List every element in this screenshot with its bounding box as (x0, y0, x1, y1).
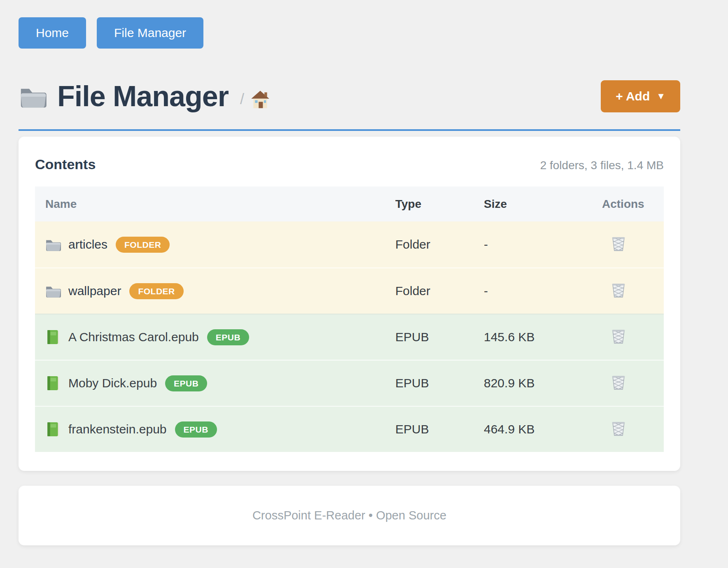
header-divider (19, 129, 680, 131)
table-row: frankenstein.epub EPUB EPUB 464.9 KB (35, 406, 664, 452)
type-badge: FOLDER (129, 283, 183, 299)
page-title: File Manager (57, 80, 229, 113)
page: Home File Manager File Manager / + Add ▼… (19, 0, 680, 545)
folder-icon (19, 84, 47, 109)
type-badge: FOLDER (116, 237, 170, 253)
type-badge: EPUB (175, 421, 217, 438)
trash-icon (611, 327, 626, 345)
footer-text: CrossPoint E-Reader • Open Source (252, 509, 446, 522)
trash-icon (611, 281, 626, 298)
page-header: File Manager / + Add ▼ (19, 80, 680, 113)
contents-heading: Contents (35, 156, 540, 172)
table-header-row: Name Type Size Actions (35, 186, 664, 221)
type-cell: EPUB (395, 376, 484, 390)
trash-icon (611, 419, 626, 437)
file-name[interactable]: frankenstein.epub (68, 422, 167, 436)
folder-icon (45, 284, 61, 298)
footer: CrossPoint E-Reader • Open Source (19, 486, 680, 545)
delete-button[interactable] (611, 235, 626, 252)
column-header-name: Name (35, 198, 395, 211)
file-manager-nav-button[interactable]: File Manager (97, 17, 203, 49)
type-cell: EPUB (395, 422, 484, 436)
table-body: articles FOLDER Folder - wallpaper FOLDE… (35, 221, 664, 452)
home-nav-button[interactable]: Home (19, 17, 86, 49)
table-row: A Christmas Carol.epub EPUB EPUB 145.6 K… (35, 314, 664, 360)
top-nav: Home File Manager (19, 0, 680, 49)
type-cell: Folder (395, 284, 484, 298)
type-cell: EPUB (395, 330, 484, 344)
table-row: articles FOLDER Folder - (35, 221, 664, 268)
size-cell: - (484, 237, 602, 251)
type-badge: EPUB (207, 329, 249, 345)
size-cell: 464.9 KB (484, 422, 602, 436)
breadcrumb-separator: / (240, 91, 244, 108)
delete-button[interactable] (611, 419, 626, 437)
delete-button[interactable] (611, 373, 626, 391)
table-row: Moby Dick.epub EPUB EPUB 820.9 KB (35, 360, 664, 406)
file-name[interactable]: wallpaper (68, 284, 121, 298)
file-table: Name Type Size Actions articles FOLDER F… (35, 186, 664, 452)
caret-down-icon: ▼ (656, 91, 665, 102)
book-icon (45, 330, 61, 345)
trash-icon (611, 373, 626, 391)
delete-button[interactable] (611, 281, 626, 298)
type-cell: Folder (395, 237, 484, 251)
folder-icon (45, 237, 61, 252)
size-cell: 820.9 KB (484, 376, 602, 390)
column-header-type: Type (395, 198, 484, 211)
column-header-size: Size (484, 198, 602, 211)
book-icon (45, 422, 61, 437)
delete-button[interactable] (611, 327, 626, 345)
add-button[interactable]: + Add ▼ (601, 80, 680, 112)
book-icon (45, 376, 61, 391)
file-name[interactable]: articles (68, 237, 107, 251)
type-badge: EPUB (165, 375, 207, 391)
size-cell: - (484, 284, 602, 298)
trash-icon (611, 235, 626, 252)
file-name[interactable]: Moby Dick.epub (68, 376, 157, 390)
home-icon[interactable] (251, 90, 270, 108)
contents-summary: 2 folders, 3 files, 1.4 MB (540, 159, 664, 172)
column-header-actions: Actions (602, 198, 664, 211)
contents-card: Contents 2 folders, 3 files, 1.4 MB Name… (19, 137, 680, 471)
file-name[interactable]: A Christmas Carol.epub (68, 330, 199, 344)
table-row: wallpaper FOLDER Folder - (35, 268, 664, 314)
add-button-label: + Add (616, 89, 650, 103)
size-cell: 145.6 KB (484, 330, 602, 344)
